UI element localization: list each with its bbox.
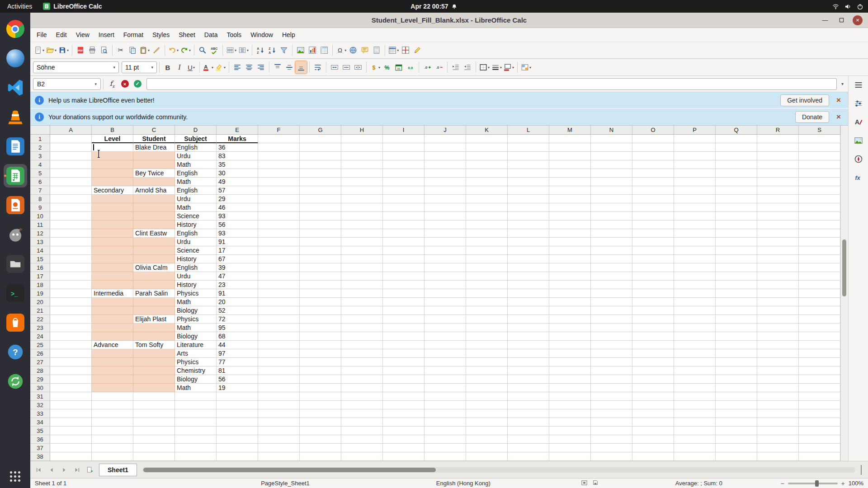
insert-row-dropdown-icon[interactable]: ▾ xyxy=(235,48,236,52)
cell-G24[interactable] xyxy=(300,332,341,341)
unmerge-cells-button[interactable] xyxy=(352,61,364,74)
cell-I18[interactable] xyxy=(383,281,425,289)
undo-button[interactable]: ▾ xyxy=(167,44,179,56)
font-color-button[interactable]: A▾ xyxy=(202,61,214,74)
underline-dropdown-icon[interactable]: ▾ xyxy=(193,66,195,70)
cell-D25[interactable]: Literature xyxy=(175,341,217,349)
cell-R25[interactable] xyxy=(757,341,799,349)
cell-G9[interactable] xyxy=(300,203,341,212)
cell-G21[interactable] xyxy=(300,306,341,315)
cell-A9[interactable] xyxy=(50,203,92,212)
cell-K26[interactable] xyxy=(466,349,508,358)
cell-H29[interactable] xyxy=(341,375,383,384)
cell-J33[interactable] xyxy=(425,409,466,418)
cell-J2[interactable] xyxy=(425,143,466,152)
cell-Q3[interactable] xyxy=(716,152,757,160)
export-pdf-button[interactable]: PDF xyxy=(75,44,86,56)
cell-F31[interactable] xyxy=(258,392,300,401)
cell-K37[interactable] xyxy=(466,444,508,452)
cell-E10[interactable]: 93 xyxy=(217,212,258,221)
cell-P34[interactable] xyxy=(674,418,716,427)
row-header-12[interactable]: 12 xyxy=(30,229,50,238)
format-currency-button[interactable]: $▾ xyxy=(369,61,381,74)
cell-F4[interactable] xyxy=(258,160,300,169)
cell-P7[interactable] xyxy=(674,186,716,195)
cell-L8[interactable] xyxy=(508,195,549,203)
cell-J29[interactable] xyxy=(425,375,466,384)
cell-J12[interactable] xyxy=(425,229,466,238)
cell-C32[interactable] xyxy=(133,401,175,409)
cell-F36[interactable] xyxy=(258,435,300,444)
cell-J21[interactable] xyxy=(425,306,466,315)
cell-G28[interactable] xyxy=(300,366,341,375)
vertical-scrollbar-thumb[interactable] xyxy=(842,239,846,296)
cell-R33[interactable] xyxy=(757,409,799,418)
cell-P5[interactable] xyxy=(674,169,716,178)
cell-M21[interactable] xyxy=(549,306,591,315)
decrease-indent-button[interactable] xyxy=(462,61,473,74)
cell-B36[interactable] xyxy=(92,435,133,444)
cell-F21[interactable] xyxy=(258,306,300,315)
cell-M29[interactable] xyxy=(549,375,591,384)
cell-F15[interactable] xyxy=(258,255,300,263)
close-notification-icon[interactable]: × xyxy=(834,113,844,122)
cell-K20[interactable] xyxy=(466,298,508,306)
cell-J13[interactable] xyxy=(425,238,466,246)
cell-I29[interactable] xyxy=(383,375,425,384)
cell-E23[interactable]: 95 xyxy=(217,324,258,332)
cell-O14[interactable] xyxy=(632,246,674,255)
cell-P18[interactable] xyxy=(674,281,716,289)
sort-descending-button[interactable]: ZA xyxy=(266,44,278,56)
cell-S18[interactable] xyxy=(799,281,840,289)
cell-S38[interactable] xyxy=(799,452,840,461)
cell-J36[interactable] xyxy=(425,435,466,444)
cell-H33[interactable] xyxy=(341,409,383,418)
cell-F11[interactable] xyxy=(258,221,300,229)
cell-I16[interactable] xyxy=(383,263,425,272)
cell-E26[interactable]: 97 xyxy=(217,349,258,358)
row-header-38[interactable]: 38 xyxy=(30,452,50,461)
cell-L6[interactable] xyxy=(508,178,549,186)
cell-R19[interactable] xyxy=(757,289,799,298)
cell-B23[interactable] xyxy=(92,324,133,332)
zoom-slider[interactable] xyxy=(788,483,838,484)
navigator-icon[interactable] xyxy=(852,153,865,165)
blue-sphere-app-icon[interactable] xyxy=(4,47,27,70)
row-header-13[interactable]: 13 xyxy=(30,238,50,246)
sheet-tab-sheet1[interactable]: Sheet1 xyxy=(99,464,137,476)
format-number-button[interactable]: 0.0 xyxy=(405,61,416,74)
cell-E3[interactable]: 83 xyxy=(217,152,258,160)
cell-I3[interactable] xyxy=(383,152,425,160)
cell-O17[interactable] xyxy=(632,272,674,281)
row-header-20[interactable]: 20 xyxy=(30,298,50,306)
cell-S19[interactable] xyxy=(799,289,840,298)
cell-O20[interactable] xyxy=(632,298,674,306)
cell-I7[interactable] xyxy=(383,186,425,195)
cell-O29[interactable] xyxy=(632,375,674,384)
cell-Q14[interactable] xyxy=(716,246,757,255)
cell-J37[interactable] xyxy=(425,444,466,452)
cell-I28[interactable] xyxy=(383,366,425,375)
cell-B13[interactable] xyxy=(92,238,133,246)
menu-sheet[interactable]: Sheet xyxy=(174,29,200,40)
cell-L17[interactable] xyxy=(508,272,549,281)
cell-J26[interactable] xyxy=(425,349,466,358)
cell-Q10[interactable] xyxy=(716,212,757,221)
row-header-32[interactable]: 32 xyxy=(30,401,50,409)
cell-F7[interactable] xyxy=(258,186,300,195)
cell-K22[interactable] xyxy=(466,315,508,324)
cell-S24[interactable] xyxy=(799,332,840,341)
cell-R29[interactable] xyxy=(757,375,799,384)
cell-M37[interactable] xyxy=(549,444,591,452)
cell-D26[interactable]: Arts xyxy=(175,349,217,358)
language-label[interactable]: English (Hong Kong) xyxy=(436,480,491,487)
cell-E33[interactable] xyxy=(217,409,258,418)
cell-L12[interactable] xyxy=(508,229,549,238)
cell-O19[interactable] xyxy=(632,289,674,298)
row-header-37[interactable]: 37 xyxy=(30,444,50,452)
cell-O23[interactable] xyxy=(632,324,674,332)
cell-G17[interactable] xyxy=(300,272,341,281)
cell-I11[interactable] xyxy=(383,221,425,229)
redo-dropdown-icon[interactable]: ▾ xyxy=(189,48,191,52)
cell-E12[interactable]: 93 xyxy=(217,229,258,238)
